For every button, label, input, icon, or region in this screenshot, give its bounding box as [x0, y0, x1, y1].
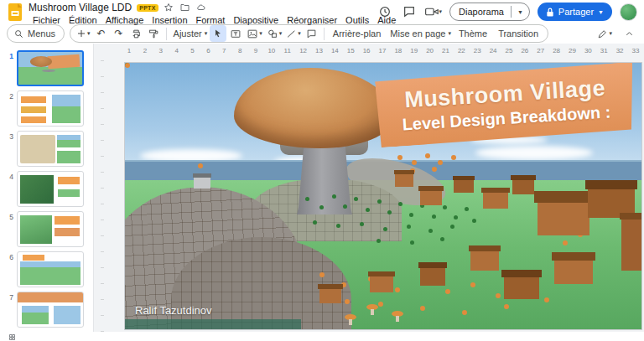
print-button[interactable]: [128, 25, 145, 42]
ruler-tick-label: 18: [393, 47, 403, 57]
undo-button[interactable]: ↶: [93, 25, 110, 42]
present-button[interactable]: Diaporama ▼: [449, 3, 530, 21]
insert-comment-button[interactable]: [304, 25, 320, 42]
cloud-status-icon[interactable]: [195, 3, 206, 13]
present-caret-icon[interactable]: ▼: [512, 9, 529, 15]
horizontal-ruler: 1234567891011121314151617181920212223242…: [124, 47, 641, 57]
header: Mushroom Village LDD PPTX FichierÉdition…: [0, 0, 644, 23]
menu-item[interactable]: Format: [192, 15, 230, 25]
slide-thumbnail[interactable]: [17, 90, 84, 127]
share-button[interactable]: Partager ▼: [538, 3, 612, 21]
ruler-tick-label: 4: [172, 47, 182, 57]
bottom-bar: [0, 332, 644, 341]
slide-number: 2: [3, 90, 13, 127]
editing-mode-button[interactable]: ▾: [595, 25, 614, 42]
theme-button[interactable]: Thème: [454, 25, 492, 42]
menu-item[interactable]: Réorganiser: [283, 15, 341, 25]
house: [194, 177, 210, 189]
ruler-tick-label: 16: [361, 47, 371, 57]
insert-line-button[interactable]: ▾: [284, 25, 303, 42]
menu-item[interactable]: Fichier: [29, 15, 65, 25]
author-credit[interactable]: Ralif Tazutdinov: [135, 304, 212, 317]
move-folder-icon[interactable]: [179, 3, 190, 13]
paint-format-button[interactable]: [146, 25, 163, 42]
present-label: Diaporama: [450, 7, 511, 17]
slide-thumbnail[interactable]: [17, 131, 84, 167]
slide-thumbnail-item[interactable]: 3: [3, 131, 88, 167]
ruler-tick-label: 11: [283, 47, 293, 57]
menu-item[interactable]: Outils: [341, 15, 373, 25]
pptx-badge: PPTX: [137, 4, 158, 12]
lock-icon: [546, 8, 554, 17]
slide-thumbnail[interactable]: [17, 211, 84, 247]
slide-thumbnail-item[interactable]: 4: [3, 171, 88, 207]
house: [512, 179, 534, 194]
menu-item[interactable]: Diapositive: [229, 15, 283, 25]
background-button[interactable]: Arrière-plan: [328, 25, 386, 42]
header-main: Mushroom Village LDD PPTX FichierÉdition…: [29, 2, 377, 25]
search-icon: [14, 29, 23, 39]
ruler-tick-label: 17: [377, 47, 387, 57]
zoom-select[interactable]: Ajuster▾: [170, 25, 210, 42]
slide-thumbnail-item[interactable]: 7: [3, 292, 88, 328]
star-icon[interactable]: [164, 3, 174, 13]
ruler-tick-label: 6: [203, 47, 213, 57]
transition-button[interactable]: Transition: [493, 25, 543, 42]
slide-thumbnail-item[interactable]: 2: [3, 90, 88, 127]
comments-icon[interactable]: [401, 3, 418, 20]
ruler-tick-label: 20: [425, 47, 435, 57]
ruler-tick-label: 13: [314, 47, 325, 57]
document-title[interactable]: Mushroom Village LDD: [29, 2, 132, 13]
slide-number: 7: [3, 292, 13, 328]
menu-item[interactable]: Insertion: [148, 15, 191, 25]
ruler-tick-label: 5: [188, 47, 198, 57]
toolbar-right: ▾: [595, 25, 637, 42]
cloud: [475, 146, 593, 160]
shadow-strip: [125, 319, 301, 330]
slide-number: 3: [3, 131, 13, 167]
version-history-icon[interactable]: [377, 3, 393, 20]
new-slide-button[interactable]: ▾: [75, 25, 92, 42]
share-caret-icon[interactable]: ▼: [598, 9, 604, 15]
slide-thumbnail-item[interactable]: 5: [3, 211, 88, 247]
menu-item[interactable]: Affichage: [101, 15, 148, 25]
meet-camera-icon[interactable]: ▾: [425, 3, 442, 20]
select-tool-button[interactable]: [210, 25, 226, 42]
slide-thumbnail[interactable]: [17, 251, 84, 287]
insert-image-button[interactable]: ▾: [245, 25, 264, 42]
mushroom-dots: [125, 63, 130, 68]
slide-filmstrip: 1 2 3 4 5 6 7: [0, 44, 94, 332]
slide-thumbnail[interactable]: [17, 171, 84, 207]
toolbar: Menus ▾ ↶ ↷ Ajuster▾: [0, 23, 644, 44]
grid-view-icon[interactable]: [8, 329, 16, 341]
mushroom-stem: [297, 142, 352, 214]
collapse-toolbar-icon[interactable]: [621, 25, 637, 42]
ruler-tick-label: 25: [504, 47, 514, 57]
avatar[interactable]: [620, 3, 637, 21]
ruler-tick-label: 10: [267, 47, 277, 57]
slides-app: Mushroom Village LDD PPTX FichierÉdition…: [0, 0, 644, 341]
redo-button[interactable]: ↷: [111, 25, 127, 42]
menu-item[interactable]: Édition: [65, 15, 101, 25]
slide-thumbnail-item[interactable]: 1: [3, 50, 88, 86]
house: [319, 288, 341, 303]
vertical-ruler: [96, 60, 104, 332]
slide-thumbnail[interactable]: [17, 292, 84, 328]
menu-bar: FichierÉditionAffichageInsertionFormatDi…: [29, 14, 377, 25]
insert-shape-button[interactable]: ▾: [265, 25, 284, 42]
small-mushroom: [345, 314, 356, 325]
toolbar-separator: [324, 28, 325, 40]
ruler-tick-label: 12: [299, 47, 309, 57]
ruler-tick-label: 7: [219, 47, 229, 57]
house: [621, 219, 642, 271]
textbox-tool-button[interactable]: [227, 25, 244, 42]
ruler-tick-label: 1: [124, 47, 134, 57]
slide-thumbnail-item[interactable]: 6: [3, 251, 88, 287]
layout-button[interactable]: Mise en page▾: [387, 25, 453, 42]
slide-thumbnail[interactable]: [17, 50, 84, 86]
slide-canvas[interactable]: Mushroom Village Level Design Breakdown …: [124, 62, 642, 330]
slides-logo[interactable]: [8, 3, 22, 21]
menus-search-pill[interactable]: Menus: [7, 24, 65, 43]
title-row: Mushroom Village LDD PPTX: [29, 2, 377, 13]
ruler-tick-label: 15: [345, 47, 356, 57]
